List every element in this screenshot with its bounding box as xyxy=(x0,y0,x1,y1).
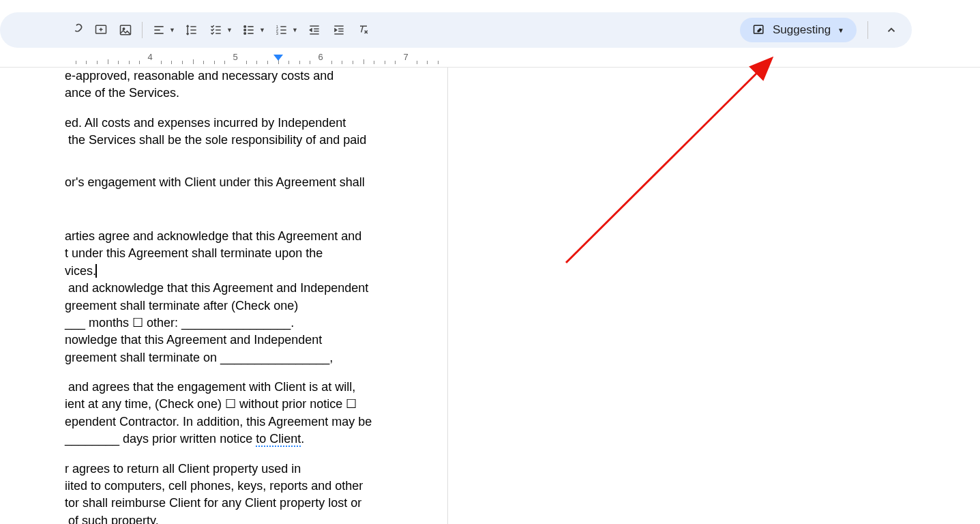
doc-text[interactable]: and agrees that the engagement with Clie… xyxy=(65,379,447,396)
toolbar: ▼ ▼ ▼ 123 ▼ xyxy=(0,12,912,48)
doc-text[interactable]: greement shall terminate after (Check on… xyxy=(65,297,447,315)
canvas-area xyxy=(448,68,980,524)
doc-text[interactable]: e-approved, reasonable and necessary cos… xyxy=(65,68,447,85)
checklist-icon[interactable] xyxy=(205,18,228,42)
bulleted-list-icon[interactable] xyxy=(237,18,261,42)
doc-text[interactable]: t under this Agreement shall terminate u… xyxy=(65,245,447,262)
caret-down-icon: ▼ xyxy=(837,27,844,34)
grammar-suggestion[interactable]: to Client xyxy=(256,432,301,447)
editing-mode-label: Suggesting xyxy=(773,23,831,37)
collapse-toolbar-button[interactable] xyxy=(879,18,904,42)
ruler-number: 4 xyxy=(147,52,152,62)
indent-marker[interactable] xyxy=(273,55,283,61)
decrease-indent-icon[interactable] xyxy=(303,18,326,42)
doc-text[interactable]: or's engagement with Client under this A… xyxy=(65,174,447,191)
doc-text[interactable]: tor shall reimburse Client for any Clien… xyxy=(65,495,447,512)
caret-down-icon[interactable]: ▼ xyxy=(259,27,269,33)
doc-text[interactable]: ient at any time, (Check one) ☐ without … xyxy=(65,396,447,413)
doc-text[interactable]: greement shall terminate on ____________… xyxy=(65,349,447,366)
editing-mode-button[interactable]: Suggesting ▼ xyxy=(740,18,857,42)
svg-point-4 xyxy=(123,28,125,30)
svg-point-16 xyxy=(244,29,246,31)
ruler-number: 6 xyxy=(318,52,323,62)
caret-down-icon[interactable]: ▼ xyxy=(292,27,301,33)
doc-text[interactable]: the Services shall be the sole responsib… xyxy=(65,132,447,149)
increase-indent-icon[interactable] xyxy=(327,18,351,42)
caret-down-icon[interactable]: ▼ xyxy=(169,27,179,33)
doc-text[interactable]: iited to computers, cell phones, keys, r… xyxy=(65,478,447,495)
align-icon[interactable] xyxy=(147,18,170,42)
numbered-list-icon[interactable]: 123 xyxy=(270,18,293,42)
doc-text[interactable]: ________ days prior written notice to Cl… xyxy=(65,431,447,448)
doc-text[interactable]: nowledge that this Agreement and Indepen… xyxy=(65,332,447,349)
text-cursor xyxy=(95,264,97,278)
doc-text[interactable]: of such property. xyxy=(65,512,447,524)
doc-text[interactable]: ance of the Services. xyxy=(65,85,447,102)
add-comment-icon[interactable] xyxy=(89,18,113,42)
svg-point-14 xyxy=(244,26,246,28)
document-content[interactable]: e-approved, reasonable and necessary cos… xyxy=(0,68,447,524)
ruler-number: 5 xyxy=(233,52,237,62)
doc-text[interactable]: ed. All costs and expenses incurred by I… xyxy=(65,115,447,132)
clear-formatting-icon[interactable] xyxy=(352,18,375,42)
line-spacing-icon[interactable] xyxy=(180,18,203,42)
caret-down-icon[interactable]: ▼ xyxy=(226,27,236,33)
toolbar-separator xyxy=(867,21,868,39)
doc-text[interactable]: vices. xyxy=(65,263,447,280)
document-page[interactable]: e-approved, reasonable and necessary cos… xyxy=(0,68,448,524)
doc-text[interactable]: r agrees to return all Client property u… xyxy=(65,461,447,478)
doc-text[interactable]: ependent Contractor. In addition, this A… xyxy=(65,413,447,431)
insert-link-icon[interactable] xyxy=(65,18,88,42)
doc-text[interactable]: ___ months ☐ other: ________________. xyxy=(65,315,447,332)
svg-text:3: 3 xyxy=(276,31,278,35)
insert-image-icon[interactable] xyxy=(114,18,137,42)
svg-point-18 xyxy=(244,33,246,35)
doc-text[interactable]: arties agree and acknowledge that this A… xyxy=(65,228,447,245)
doc-text[interactable]: and acknowledge that this Agreement and … xyxy=(65,280,447,297)
suggesting-icon xyxy=(752,23,766,37)
toolbar-separator xyxy=(142,22,143,38)
ruler-number: 7 xyxy=(403,52,408,62)
horizontal-ruler[interactable]: 4567 xyxy=(0,55,980,68)
